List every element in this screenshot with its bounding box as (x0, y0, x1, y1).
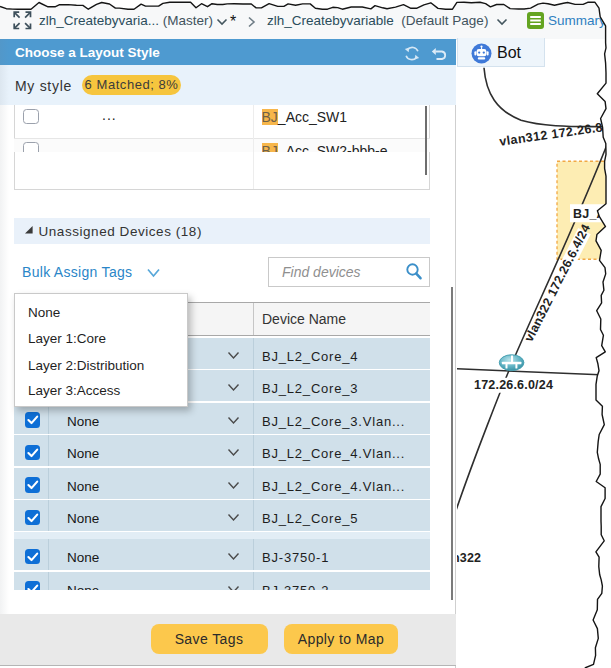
svg-text:vlan322: vlan322 (457, 550, 481, 564)
svg-text:BJ_Ac: BJ_Ac (573, 207, 611, 221)
svg-text:172.26.6.0/24: 172.26.6.0/24 (474, 378, 553, 392)
svg-text:vlan312 172.26.8.2: vlan312 172.26.8.2 (498, 118, 611, 148)
